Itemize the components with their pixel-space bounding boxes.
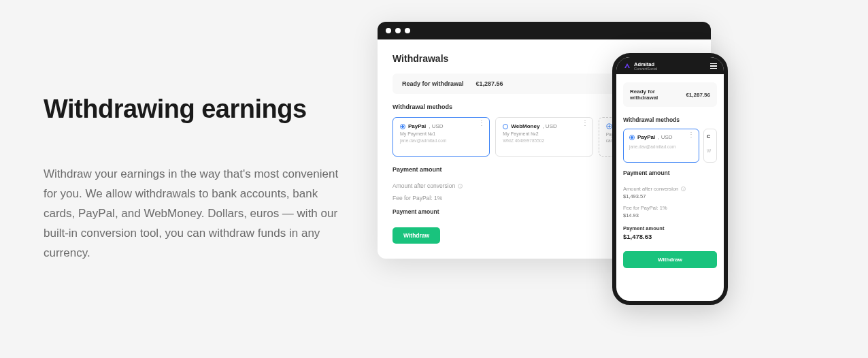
info-icon[interactable]: i	[458, 184, 463, 189]
row-value: $1,493.57	[623, 193, 646, 199]
row-value: $14.93	[623, 212, 639, 218]
window-dot	[386, 28, 391, 33]
ready-amount: €1,287.56	[686, 92, 710, 98]
card-menu-icon[interactable]: ⋮	[582, 122, 588, 125]
card-detail: jane.dav@admitad.com	[400, 138, 482, 143]
methods-title: Withdrawal methods	[623, 116, 717, 123]
card-menu-icon[interactable]: ⋮	[478, 122, 485, 125]
hero-body: Withdraw your earnings in the way that's…	[44, 165, 347, 263]
row-label: Payment amount	[393, 208, 439, 216]
method-card-webmoney[interactable]: ⋮ WebMoney, USD My Payment №2 WMZ 464899…	[495, 117, 592, 157]
phone-header: Admitad ConvertSocial	[616, 57, 724, 74]
row-after-conversion: Amount after conversioni $1,493.57	[623, 183, 717, 202]
radio-selected-icon	[629, 135, 635, 140]
withdraw-button[interactable]: Withdraw	[393, 227, 440, 244]
row-label: Fee for PayPal: 1%	[623, 205, 667, 211]
card-sub: My Payment №2	[503, 131, 585, 136]
radio-selected-icon	[400, 124, 405, 129]
card-name: WebMoney	[511, 123, 539, 129]
browser-titlebar	[378, 22, 711, 39]
method-card-paypal[interactable]: ⋮ PayPal, USD jane.dav@admitad.com	[623, 129, 699, 163]
card-name: PayPal	[637, 134, 655, 140]
peek-sub: W	[707, 148, 714, 153]
card-sub: My Payment №1	[400, 131, 482, 136]
amount-title: Payment amount	[623, 169, 717, 176]
brand-logo-icon	[623, 62, 631, 70]
card-name: PayPal	[408, 123, 426, 129]
card-currency: , USD	[658, 134, 672, 140]
card-menu-icon[interactable]: ⋮	[688, 133, 695, 136]
row-value: $1,478.63	[623, 233, 652, 240]
hero-title: Withdrawing earnings	[44, 95, 347, 124]
row-label: Amount after conversion	[393, 182, 455, 189]
window-dot	[395, 28, 401, 33]
phone-frame: Admitad ConvertSocial Ready for withdraw…	[612, 53, 728, 305]
ready-label: Ready for withdrawal	[402, 80, 464, 87]
radio-icon	[503, 124, 508, 129]
peek-initial: C	[707, 134, 714, 139]
plus-icon	[606, 123, 612, 129]
row-label: Fee for PayPal: 1%	[393, 195, 442, 201]
row-total: Payment amount $1,478.63	[623, 223, 717, 243]
method-card-peek[interactable]: C W	[703, 129, 717, 163]
row-label: Payment amount	[623, 225, 664, 231]
card-currency: , USD	[429, 123, 443, 129]
brand-sub: ConvertSocial	[634, 67, 657, 71]
withdraw-button[interactable]: Withdraw	[623, 251, 717, 268]
method-card-paypal[interactable]: ⋮ PayPal, USD My Payment №1 jane.dav@adm…	[393, 117, 490, 157]
card-currency: , USD	[542, 123, 556, 129]
window-dot	[405, 28, 410, 33]
row-fee: Fee for PayPal: 1% $14.93	[623, 202, 717, 221]
card-detail: WMZ 464899785502	[503, 138, 585, 143]
menu-icon[interactable]	[710, 63, 717, 69]
ready-label: Ready for withdrawal	[630, 88, 680, 101]
ready-amount: €1,287.56	[476, 80, 503, 87]
card-detail: jane.dav@admitad.com	[629, 144, 693, 149]
info-icon[interactable]: i	[681, 186, 686, 191]
row-label: Amount after conversion	[623, 186, 678, 192]
ready-panel: Ready for withdrawal €1,287.56	[623, 82, 717, 107]
